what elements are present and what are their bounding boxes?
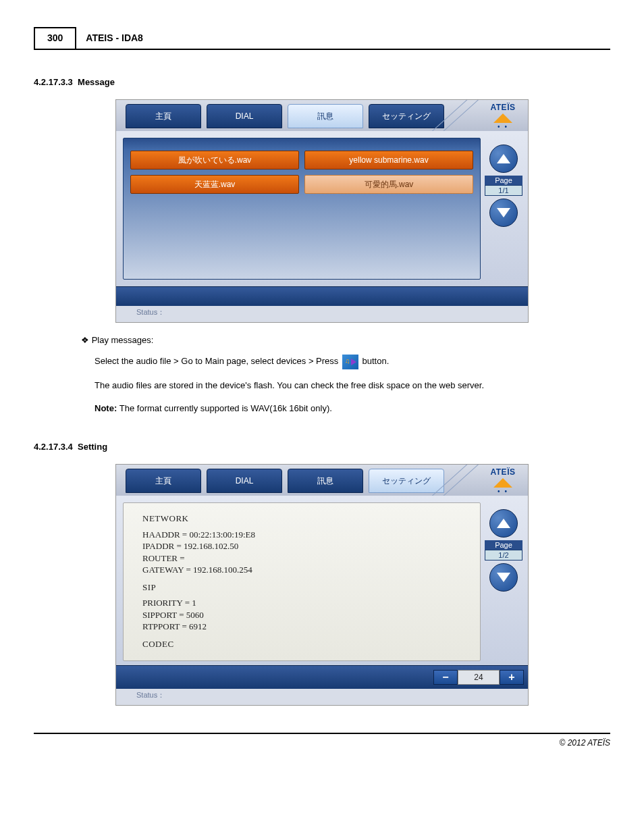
bottom-bar-2: − 24 + [116, 665, 528, 689]
bottom-bar [116, 286, 528, 306]
network-heading: NETWORK [142, 513, 468, 525]
network-line: HAADDR = 00:22:13:00:19:E8 [142, 529, 468, 541]
tab-dial-2[interactable]: DIAL [207, 469, 282, 493]
page-controls: Page 1/1 [485, 142, 522, 230]
instruction-note: Note: The format currently supported is … [95, 402, 610, 415]
tabs-bar-2: 主頁 DIAL 訊息 セッティング ATEÏS • • [116, 465, 528, 496]
audio-file-2[interactable]: yellow submarine.wav [304, 151, 473, 170]
sip-heading: SIP [142, 581, 468, 594]
status-bar-2: Status： [116, 689, 528, 705]
tab-message-2[interactable]: 訊息 [288, 469, 363, 493]
screenshot-message: 主頁 DIAL 訊息 セッティング ATEÏS • • 風が吹いている.wav … [115, 99, 529, 323]
spinner-minus-button[interactable]: − [433, 670, 458, 685]
spinner-value: 24 [458, 670, 500, 685]
tabs-bar: 主頁 DIAL 訊息 セッティング ATEÏS • • [116, 100, 528, 131]
page-header: 300 ATEIS - IDA8 [34, 27, 610, 50]
page-down-button-2[interactable] [489, 563, 518, 592]
network-line: ROUTER = [142, 552, 468, 565]
tab-main-2[interactable]: 主頁 [126, 469, 201, 493]
section-heading-message: 4.2.17.3.3 Message [34, 77, 610, 87]
page-count-2: 1/2 [485, 550, 522, 561]
spinner-plus-button[interactable]: + [500, 670, 524, 685]
page-up-button-2[interactable] [489, 509, 518, 538]
sip-line: PRIORITY = 1 [142, 597, 468, 609]
codec-heading: CODEC [142, 638, 468, 650]
value-spinner: − 24 + [433, 670, 524, 685]
page-controls-2: Page 1/2 [485, 506, 522, 594]
page-count: 1/1 [485, 185, 522, 196]
audio-file-4[interactable]: 可愛的馬.wav [304, 175, 473, 194]
instruction-select: Select the audio file > Go to Main page,… [95, 355, 610, 369]
arrow-up-icon [497, 154, 510, 163]
sip-line: SIPPORT = 5060 [142, 609, 468, 621]
status-bar: Status： [116, 306, 528, 322]
settings-panel: NETWORK HAADDR = 00:22:13:00:19:E8 IPADD… [123, 502, 481, 661]
doc-title: ATEIS - IDA8 [76, 27, 610, 49]
footer-copyright: © 2012 ATEÏS [34, 733, 610, 748]
screenshot-setting: 主頁 DIAL 訊息 セッティング ATEÏS • • NETWORK HAAD… [115, 464, 529, 706]
decor-lines-2 [432, 465, 479, 496]
page-number: 300 [34, 27, 76, 49]
arrow-down-icon [497, 208, 510, 217]
tab-dial[interactable]: DIAL [207, 104, 282, 128]
instruction-storage: The audio files are stored in the device… [95, 379, 610, 392]
play-icon [342, 355, 358, 369]
arrow-up-icon [497, 519, 510, 528]
network-line: IPADDR = 192.168.102.50 [142, 540, 468, 552]
decor-lines [432, 100, 479, 131]
page-label: Page [485, 176, 522, 185]
arrow-down-icon [497, 573, 510, 582]
section-heading-setting: 4.2.17.3.4 Setting [34, 442, 610, 452]
message-list-panel: 風が吹いている.wav yellow submarine.wav 天蓝蓝.wav… [123, 138, 481, 280]
page-up-button[interactable] [489, 145, 518, 173]
page-label-2: Page [485, 540, 522, 550]
tab-main[interactable]: 主頁 [126, 104, 201, 128]
audio-file-1[interactable]: 風が吹いている.wav [130, 151, 299, 170]
audio-file-3[interactable]: 天蓝蓝.wav [130, 175, 299, 194]
tab-message[interactable]: 訊息 [288, 104, 363, 128]
logo: ATEÏS • • [482, 103, 524, 143]
bullet-play-messages: ❖ Play messages: [81, 335, 610, 345]
logo-2: ATEÏS • • [482, 467, 524, 508]
page-down-button[interactable] [489, 199, 518, 227]
sip-line: RTPPORT = 6912 [142, 621, 468, 633]
network-line: GATEWAY = 192.168.100.254 [142, 564, 468, 576]
